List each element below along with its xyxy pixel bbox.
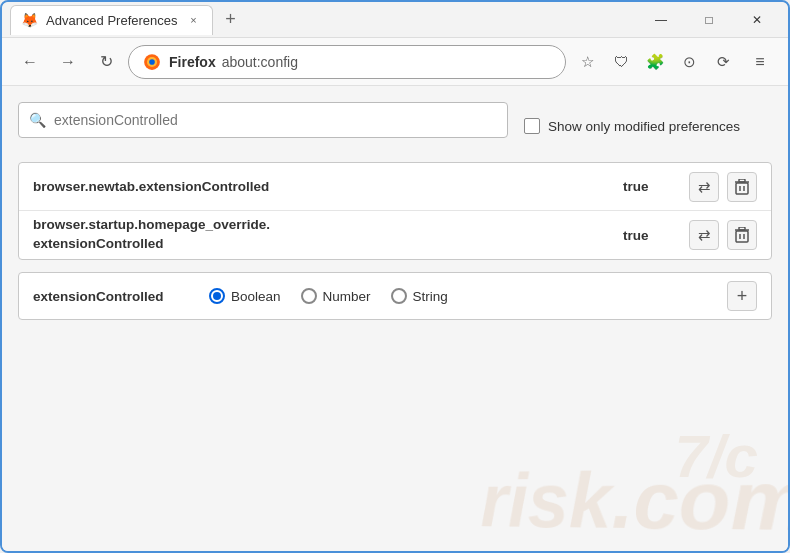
address-text: Firefox about:config bbox=[169, 54, 298, 70]
new-preference-row: extensionControlled Boolean Number Strin… bbox=[18, 272, 772, 320]
tab-title: Advanced Preferences bbox=[46, 13, 178, 28]
pref-actions-1: ⇄ bbox=[689, 172, 757, 202]
search-input[interactable]: extensionControlled bbox=[54, 112, 497, 128]
svg-point-2 bbox=[149, 59, 155, 65]
firefox-logo-icon bbox=[143, 53, 161, 71]
tab-close-button[interactable]: × bbox=[186, 12, 202, 28]
show-modified-option[interactable]: Show only modified preferences bbox=[524, 118, 740, 134]
show-modified-checkbox[interactable] bbox=[524, 118, 540, 134]
delete-icon bbox=[735, 227, 749, 243]
table-row: browser.newtab.extensionControlled true … bbox=[19, 163, 771, 211]
radio-number-label: Number bbox=[323, 289, 371, 304]
download-icon[interactable]: ⊙ bbox=[674, 47, 704, 77]
maximize-button[interactable]: □ bbox=[686, 5, 732, 35]
radio-boolean-label: Boolean bbox=[231, 289, 281, 304]
window-controls: — □ ✕ bbox=[638, 5, 780, 35]
bookmark-icon[interactable]: ☆ bbox=[572, 47, 602, 77]
pref-name-2: browser.startup.homepage_override. exten… bbox=[33, 216, 607, 254]
menu-button[interactable]: ≡ bbox=[744, 46, 776, 78]
radio-string-outer bbox=[391, 288, 407, 304]
svg-rect-7 bbox=[739, 179, 745, 182]
content-area: risk.com 7/c 🔍 extensionControlled Show … bbox=[2, 86, 788, 551]
radio-string-label: String bbox=[413, 289, 448, 304]
radio-number[interactable]: Number bbox=[301, 288, 371, 304]
address-path: about:config bbox=[222, 54, 298, 70]
extension-icon[interactable]: 🧩 bbox=[640, 47, 670, 77]
back-button[interactable]: ← bbox=[14, 46, 46, 78]
search-bar[interactable]: 🔍 extensionControlled bbox=[18, 102, 508, 138]
reset-button-1[interactable]: ⇄ bbox=[689, 172, 719, 202]
tab-firefox-icon: 🦊 bbox=[21, 12, 38, 28]
delete-button-1[interactable] bbox=[727, 172, 757, 202]
preferences-table: browser.newtab.extensionControlled true … bbox=[18, 162, 772, 260]
radio-boolean-outer bbox=[209, 288, 225, 304]
sync-icon[interactable]: ⟳ bbox=[708, 47, 738, 77]
new-tab-button[interactable]: + bbox=[217, 6, 245, 34]
table-row: browser.startup.homepage_override. exten… bbox=[19, 211, 771, 259]
radio-group: Boolean Number String bbox=[209, 288, 711, 304]
radio-string[interactable]: String bbox=[391, 288, 448, 304]
svg-rect-12 bbox=[739, 227, 745, 230]
close-button[interactable]: ✕ bbox=[734, 5, 780, 35]
radio-boolean[interactable]: Boolean bbox=[209, 288, 281, 304]
browser-tab[interactable]: 🦊 Advanced Preferences × bbox=[10, 5, 213, 35]
pref-actions-2: ⇄ bbox=[689, 220, 757, 250]
address-bar[interactable]: Firefox about:config bbox=[128, 45, 566, 79]
radio-number-outer bbox=[301, 288, 317, 304]
search-row: 🔍 extensionControlled Show only modified… bbox=[18, 102, 772, 150]
reload-button[interactable]: ↻ bbox=[90, 46, 122, 78]
minimize-button[interactable]: — bbox=[638, 5, 684, 35]
navigation-bar: ← → ↻ Firefox about:config ☆ 🛡 🧩 ⊙ ⟳ ≡ bbox=[2, 38, 788, 86]
new-pref-name: extensionControlled bbox=[33, 289, 193, 304]
forward-button[interactable]: → bbox=[52, 46, 84, 78]
radio-boolean-inner bbox=[213, 292, 221, 300]
add-preference-button[interactable]: + bbox=[727, 281, 757, 311]
pref-value-2: true bbox=[623, 228, 673, 243]
svg-rect-3 bbox=[736, 183, 748, 194]
title-bar: 🦊 Advanced Preferences × + — □ ✕ bbox=[2, 2, 788, 38]
shield-icon[interactable]: 🛡 bbox=[606, 47, 636, 77]
nav-icon-group: ☆ 🛡 🧩 ⊙ ⟳ bbox=[572, 47, 738, 77]
pref-value-1: true bbox=[623, 179, 673, 194]
svg-rect-8 bbox=[736, 231, 748, 242]
delete-icon bbox=[735, 179, 749, 195]
pref-name-1: browser.newtab.extensionControlled bbox=[33, 178, 607, 196]
search-icon: 🔍 bbox=[29, 112, 46, 128]
delete-button-2[interactable] bbox=[727, 220, 757, 250]
show-modified-label: Show only modified preferences bbox=[548, 119, 740, 134]
reset-button-2[interactable]: ⇄ bbox=[689, 220, 719, 250]
address-site: Firefox bbox=[169, 54, 216, 70]
